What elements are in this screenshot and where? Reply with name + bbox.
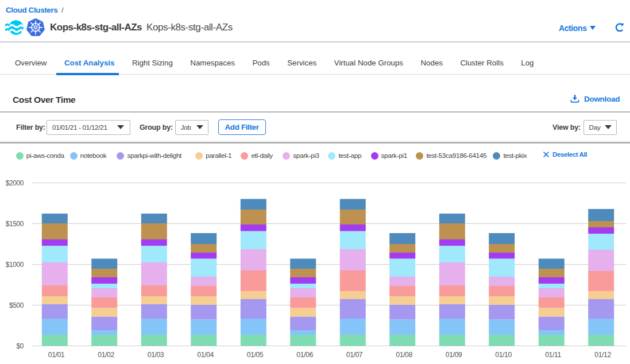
svg-text:$500: $500 bbox=[9, 301, 24, 309]
svg-text:01/12: 01/12 bbox=[594, 351, 611, 359]
svg-text:01/04: 01/04 bbox=[197, 351, 214, 359]
svg-text:01/11: 01/11 bbox=[545, 351, 561, 359]
svg-text:$1500: $1500 bbox=[6, 220, 24, 228]
svg-text:01/06: 01/06 bbox=[296, 351, 313, 359]
svg-text:$2000: $2000 bbox=[6, 179, 24, 187]
svg-text:$1000: $1000 bbox=[6, 261, 24, 269]
svg-text:01/05: 01/05 bbox=[247, 351, 264, 359]
svg-text:01/07: 01/07 bbox=[346, 351, 363, 359]
svg-text:01/09: 01/09 bbox=[446, 351, 462, 359]
svg-text:01/03: 01/03 bbox=[148, 351, 164, 359]
svg-text:$0: $0 bbox=[16, 342, 24, 350]
svg-text:01/01: 01/01 bbox=[48, 351, 65, 359]
svg-text:01/02: 01/02 bbox=[98, 351, 114, 359]
svg-text:01/08: 01/08 bbox=[396, 351, 412, 359]
svg-text:01/10: 01/10 bbox=[495, 351, 512, 359]
